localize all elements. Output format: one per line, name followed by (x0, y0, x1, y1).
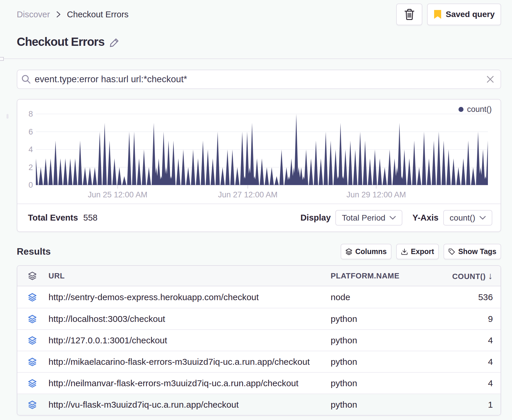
results-header-row: Results Columns (17, 244, 501, 259)
cell-count[interactable]: 4 (448, 335, 493, 345)
columns-button[interactable]: Columns (341, 244, 391, 259)
delete-query-button[interactable] (396, 4, 422, 25)
table-row: http://vu-flask-m3uuizd7iq-uc.a.run.app/… (17, 394, 501, 415)
column-header-url[interactable]: URL (48, 271, 331, 280)
left-edge-pill (6, 114, 9, 119)
total-events-label: Total Events (28, 213, 78, 223)
legend-label: count() (467, 105, 492, 114)
stack-header-icon[interactable] (28, 271, 48, 280)
bookmark-icon (434, 9, 442, 19)
column-header-count[interactable]: COUNT()↓ (448, 271, 493, 281)
page-title-row: Checkout Errors (17, 35, 501, 48)
cell-platform[interactable]: python (331, 335, 448, 345)
display-label: Display (300, 213, 331, 223)
cell-url[interactable]: http://vu-flask-m3uuizd7iq-uc.a.run.app/… (48, 400, 331, 410)
cell-count[interactable]: 4 (448, 378, 493, 388)
search-input[interactable] (35, 74, 485, 85)
breadcrumb-discover[interactable]: Discover (17, 10, 50, 19)
search-icon (21, 74, 31, 84)
table-body: http://sentry-demos-express.herokuapp.co… (17, 286, 501, 415)
breadcrumb: Discover Checkout Errors (17, 10, 128, 19)
cell-platform[interactable]: node (331, 292, 448, 302)
cell-platform[interactable]: python (331, 314, 448, 324)
table-row: http://neilmanvar-flask-errors-m3uuizd7i… (17, 372, 501, 394)
breadcrumb-current: Checkout Errors (67, 10, 129, 19)
edit-title-icon[interactable] (108, 37, 120, 48)
yaxis-select[interactable]: count() (443, 210, 492, 226)
cell-url[interactable]: http://127.0.0.1:3001/checkout (48, 335, 331, 345)
stack-row-icon[interactable] (28, 357, 48, 366)
table-row: http://127.0.0.1:3001/checkoutpython4 (17, 329, 501, 351)
saved-query-label: Saved query (446, 10, 495, 19)
chevron-down-icon (389, 216, 396, 220)
stack-row-icon[interactable] (28, 379, 48, 388)
yaxis-select-value: count() (450, 213, 475, 223)
results-actions: Columns Export (341, 244, 501, 259)
yaxis-label: Y-Axis (412, 213, 439, 223)
show-tags-label: Show Tags (458, 247, 496, 256)
chart-legend[interactable]: count() (459, 105, 492, 114)
page-title: Checkout Errors (17, 35, 104, 48)
saved-query-button[interactable]: Saved query (427, 4, 501, 25)
cell-count[interactable]: 9 (448, 314, 493, 324)
svg-text:8: 8 (29, 110, 33, 118)
cell-count[interactable]: 536 (448, 292, 493, 302)
svg-text:2: 2 (29, 163, 33, 172)
export-button[interactable]: Export (396, 244, 439, 259)
display-select-value: Total Period (342, 213, 385, 223)
stack-row-icon[interactable] (28, 336, 48, 345)
table-row: http://mikaelacarino-flask-errors-m3uuiz… (17, 351, 501, 372)
cell-count[interactable]: 1 (448, 400, 493, 410)
table-row: http://sentry-demos-express.herokuapp.co… (17, 286, 501, 308)
sort-desc-icon: ↓ (488, 271, 493, 281)
show-tags-button[interactable]: Show Tags (444, 244, 501, 259)
trash-icon (404, 9, 415, 20)
tag-icon (448, 248, 455, 255)
count-label: COUNT() (452, 272, 486, 281)
sidebar-handle (0, 57, 4, 61)
svg-text:6: 6 (29, 127, 33, 136)
columns-label: Columns (355, 247, 387, 256)
export-label: Export (411, 247, 434, 256)
chevron-right-icon (56, 10, 61, 19)
stack-row-icon[interactable] (28, 315, 48, 323)
svg-text:0: 0 (29, 181, 33, 189)
cell-url[interactable]: http://sentry-demos-express.herokuapp.co… (48, 292, 331, 302)
cell-url[interactable]: http://mikaelacarino-flask-errors-m3uuiz… (48, 357, 331, 367)
svg-text:Jun 29 12:00 AM: Jun 29 12:00 AM (347, 190, 406, 199)
cell-url[interactable]: http://neilmanvar-flask-errors-m3uuizd7i… (48, 378, 331, 388)
cell-platform[interactable]: python (331, 357, 448, 367)
chart-footer: Total Events 558 Display Total Period Y-… (17, 204, 501, 231)
header-actions: Saved query (396, 4, 501, 25)
svg-text:Jun 25 12:00 AM: Jun 25 12:00 AM (88, 190, 148, 199)
svg-text:Jun 27 12:00 AM: Jun 27 12:00 AM (218, 190, 278, 199)
stack-row-icon[interactable] (28, 400, 48, 409)
legend-dot-icon (459, 107, 464, 112)
stack-row-icon[interactable] (28, 293, 48, 302)
chart-panel: 02468Jun 25 12:00 AMJun 27 12:00 AMJun 2… (17, 99, 501, 232)
cell-platform[interactable]: python (331, 400, 448, 410)
svg-text:4: 4 (29, 145, 33, 154)
column-header-platform[interactable]: PLATFORM.NAME (331, 271, 448, 280)
header-divider (0, 58, 512, 59)
results-title: Results (17, 246, 51, 257)
chart-controls: Display Total Period Y-Axis count() (300, 210, 492, 226)
table-row: http://localhost:3003/checkoutpython9 (17, 308, 501, 329)
top-bar: Discover Checkout Errors (17, 4, 501, 25)
search-bar (17, 70, 501, 89)
download-icon (401, 248, 408, 255)
stack-icon (345, 248, 352, 255)
table-header-row: URL PLATFORM.NAME COUNT()↓ (17, 266, 501, 286)
display-select[interactable]: Total Period (335, 210, 402, 226)
cell-url[interactable]: http://localhost:3003/checkout (48, 314, 331, 324)
clear-search-icon[interactable] (485, 74, 495, 84)
results-table: URL PLATFORM.NAME COUNT()↓ http://sentry… (17, 265, 501, 416)
cell-count[interactable]: 4 (448, 357, 493, 367)
events-area-chart[interactable]: 02468Jun 25 12:00 AMJun 27 12:00 AMJun 2… (17, 100, 501, 203)
chevron-down-icon (479, 216, 486, 220)
cell-platform[interactable]: python (331, 378, 448, 388)
total-events-value: 558 (83, 213, 97, 223)
